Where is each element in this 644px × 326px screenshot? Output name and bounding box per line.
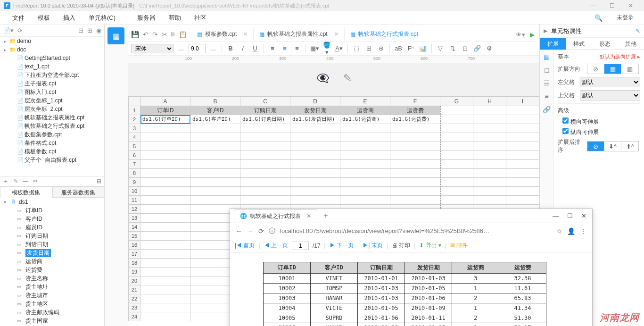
- row-header[interactable]: 17: [128, 250, 140, 259]
- search-icon[interactable]: 🔍: [594, 14, 603, 22]
- last-page-button[interactable]: ▶| 末页: [363, 242, 382, 250]
- menu-help[interactable]: 帮助: [162, 14, 188, 22]
- cell[interactable]: [440, 178, 473, 187]
- nav-back-icon[interactable]: ←: [236, 227, 242, 235]
- cell[interactable]: 运货费: [390, 106, 440, 115]
- cell[interactable]: [440, 151, 473, 160]
- column-header[interactable]: C: [240, 97, 290, 106]
- row-header[interactable]: 10: [128, 187, 140, 196]
- cell[interactable]: [390, 196, 440, 205]
- visibility-off-icon[interactable]: 👁‍🗨: [316, 72, 329, 84]
- group-icon[interactable]: ⊡: [460, 45, 470, 52]
- cell[interactable]: [440, 115, 473, 124]
- cell[interactable]: [190, 178, 240, 187]
- prop-tab-style[interactable]: 样式: [566, 38, 592, 50]
- cell[interactable]: [140, 196, 190, 205]
- cell[interactable]: [290, 133, 340, 142]
- close-button[interactable]: ✕: [581, 212, 586, 219]
- cell[interactable]: [390, 169, 440, 178]
- cell[interactable]: [190, 169, 240, 178]
- cell[interactable]: [240, 133, 290, 142]
- cell[interactable]: [140, 124, 190, 133]
- prop-tab-expand[interactable]: 扩展: [540, 38, 566, 50]
- cell[interactable]: [290, 142, 340, 151]
- run-icon[interactable]: ▶: [530, 31, 535, 38]
- row-header[interactable]: 1: [128, 106, 140, 115]
- delete-dataset-icon[interactable]: —: [23, 178, 28, 184]
- file-tab-1[interactable]: ▦ 模板参数.cpt ✕: [191, 27, 254, 41]
- cell[interactable]: 客户ID: [190, 106, 240, 115]
- cell[interactable]: [473, 169, 506, 178]
- minimize-button[interactable]: —: [553, 212, 559, 219]
- cell[interactable]: [506, 160, 539, 169]
- font-size-input[interactable]: [189, 44, 206, 53]
- column-header[interactable]: G: [440, 97, 473, 106]
- cell[interactable]: [190, 160, 240, 169]
- cell[interactable]: [390, 160, 440, 169]
- row-header[interactable]: 23: [128, 303, 140, 312]
- cell[interactable]: [440, 196, 473, 205]
- dataset-field[interactable]: ▭订单ID: [0, 206, 104, 215]
- cut-icon[interactable]: ✂: [162, 31, 167, 38]
- font-larger-icon[interactable]: …: [176, 45, 186, 52]
- cell[interactable]: [506, 151, 539, 160]
- expand-dir-segment[interactable]: ⊘ ▦ ▥: [587, 64, 639, 74]
- file-tree-item[interactable]: 📄父子个_自由报表.cpt: [0, 156, 104, 164]
- cell[interactable]: [140, 267, 190, 276]
- cell[interactable]: [290, 160, 340, 169]
- italic-button[interactable]: I: [238, 45, 248, 52]
- cell[interactable]: ds1.G(运货费): [390, 115, 440, 124]
- cell[interactable]: [473, 178, 506, 187]
- mail-button[interactable]: ✉ 邮件: [450, 242, 468, 250]
- file-tab-2[interactable]: ▦ 帆软基础之报表属性.cpt ✕: [254, 27, 344, 41]
- file-tree-item[interactable]: 📄帆软基础之行式报表.cpt: [0, 122, 104, 130]
- cell[interactable]: [340, 124, 390, 133]
- file-tree-item[interactable]: 📄帆软基础之报表属性.cpt: [0, 113, 104, 122]
- cell[interactable]: [140, 250, 190, 259]
- sort-asc-icon[interactable]: ⬇ᴬ: [604, 142, 621, 151]
- column-header[interactable]: H: [473, 97, 506, 106]
- tab-server-dataset[interactable]: 服务器数据集: [52, 186, 105, 198]
- h-stretch-checkbox[interactable]: 横向可伸展: [562, 117, 640, 126]
- reload-icon[interactable]: ⟳: [258, 227, 264, 235]
- file-tree-item[interactable]: 📄图标入门.cpt: [0, 88, 104, 96]
- row-header[interactable]: 12: [128, 205, 140, 214]
- cell[interactable]: [140, 169, 190, 178]
- align-left-icon[interactable]: ≡: [268, 45, 277, 52]
- paste-icon[interactable]: 📋: [179, 31, 187, 38]
- dataset-field[interactable]: ▭雇员ID: [0, 223, 104, 232]
- row-header[interactable]: 22: [128, 294, 140, 303]
- cell[interactable]: [440, 142, 473, 151]
- file-tree-item[interactable]: ▸📁demo: [0, 37, 104, 45]
- cell[interactable]: [240, 124, 290, 133]
- row-header[interactable]: 6: [128, 151, 140, 160]
- dataset-field[interactable]: ▭货主邮政编码: [0, 308, 104, 317]
- cell[interactable]: [290, 187, 340, 196]
- cell[interactable]: [140, 151, 190, 160]
- cell[interactable]: [473, 115, 506, 124]
- cell[interactable]: [140, 276, 190, 285]
- preview-icon[interactable]: 👁▾: [516, 31, 525, 38]
- dataset-field[interactable]: ▭货主城市: [0, 291, 104, 300]
- insert-icon[interactable]: ⊕: [376, 45, 386, 52]
- cell[interactable]: [473, 106, 506, 115]
- row-header[interactable]: 15: [128, 232, 140, 241]
- menu-server[interactable]: 服务器: [131, 14, 162, 22]
- cell[interactable]: 订单ID: [140, 106, 190, 115]
- export-button[interactable]: ⬇ 导出 ▾: [419, 242, 441, 250]
- file-tree-item[interactable]: 📄text_1.cpt: [0, 62, 104, 71]
- row-header[interactable]: 13: [128, 214, 140, 223]
- row-header[interactable]: 4: [128, 133, 140, 142]
- cell[interactable]: [140, 214, 190, 223]
- cell[interactable]: [140, 205, 190, 214]
- cell[interactable]: [290, 178, 340, 187]
- copy-icon[interactable]: ⎘: [171, 31, 175, 38]
- minimize-button[interactable]: —: [584, 0, 603, 11]
- collapse-icon[interactable]: ⊟: [78, 27, 83, 34]
- cell[interactable]: ds1.G(运货商): [340, 115, 390, 124]
- cell[interactable]: [340, 196, 390, 205]
- cell[interactable]: [506, 169, 539, 178]
- cell[interactable]: [390, 142, 440, 151]
- cell[interactable]: [390, 133, 440, 142]
- maximize-button[interactable]: ☐: [567, 212, 573, 219]
